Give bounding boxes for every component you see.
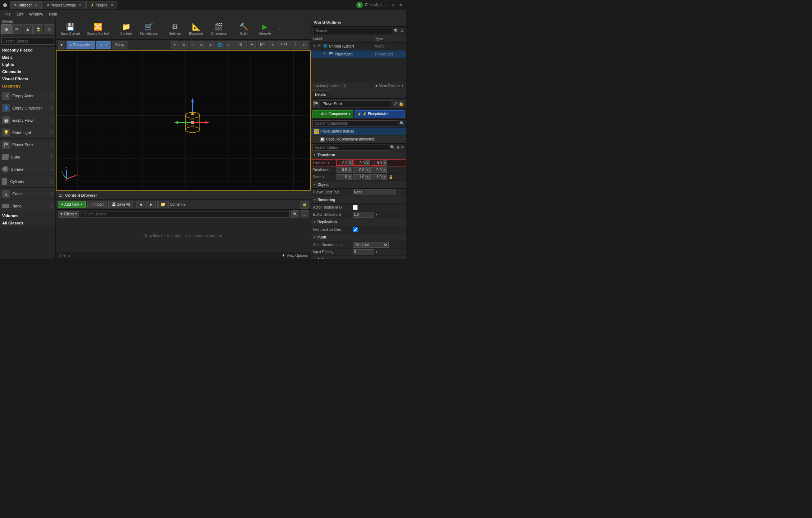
- list-item-cube[interactable]: Cube ⓘ: [0, 151, 55, 163]
- component-playerstart-instance[interactable]: 🏁 PlayerStart(Instance): [311, 128, 406, 135]
- rotation-z-input[interactable]: [371, 168, 382, 172]
- tab-untitled[interactable]: ✎ Untitled* ✕: [10, 1, 42, 9]
- scale-tool[interactable]: ⤢: [189, 41, 197, 49]
- location-x-btn[interactable]: ▼: [348, 160, 352, 166]
- rotation-y-input[interactable]: [353, 168, 365, 172]
- list-item-sphere[interactable]: Sphere ⓘ: [0, 163, 55, 175]
- category-recently-placed[interactable]: Recently Placed: [0, 46, 55, 54]
- globe-toggle[interactable]: 🌐: [216, 41, 224, 49]
- tab-plugins-close-icon[interactable]: ✕: [110, 3, 113, 7]
- blueprints-button[interactable]: 📐 Blueprints: [186, 19, 206, 38]
- show-button[interactable]: Show: [112, 41, 127, 49]
- section-transform[interactable]: ▼ Transform: [311, 151, 406, 159]
- tab-details[interactable]: Details: [311, 90, 330, 98]
- input-priority-input[interactable]: [353, 249, 374, 255]
- mode-paint[interactable]: ✏: [12, 24, 22, 34]
- lit-button[interactable]: ☀ Lit: [96, 41, 111, 49]
- tab-project-settings[interactable]: ⚙ Project Settings ✕: [42, 1, 86, 9]
- location-y-input[interactable]: [354, 161, 365, 165]
- marketplace-button[interactable]: 🛒 Marketplace: [137, 19, 161, 38]
- blueprint-button[interactable]: ⚡ ⚡ Blueprint/Adc: [355, 110, 405, 118]
- player-start-tag-input[interactable]: [353, 189, 396, 195]
- dp-reset-icon[interactable]: ↺: [393, 101, 397, 106]
- scale-lock-icon[interactable]: 🔒: [388, 175, 393, 180]
- viewport[interactable]: X Y Z ✕: [56, 50, 311, 191]
- category-basic[interactable]: Basic: [0, 54, 55, 61]
- angle-input[interactable]: [257, 41, 267, 49]
- menu-file[interactable]: File: [1, 10, 14, 18]
- add-new-button[interactable]: + Add New ▼: [58, 201, 86, 208]
- tab-project-settings-close-icon[interactable]: ✕: [79, 3, 82, 7]
- search-details-icon[interactable]: 🔍: [390, 145, 395, 150]
- auto-receive-select[interactable]: Disabled: [353, 242, 389, 248]
- billboard-arrow[interactable]: ▼: [375, 213, 378, 216]
- list-item-empty-actor[interactable]: ◎ Empty Actor ⓘ: [0, 90, 55, 102]
- build-button[interactable]: 🔨 Build: [234, 19, 254, 38]
- add-component-button[interactable]: + + Add Component ▼: [312, 110, 353, 118]
- path-icon-button[interactable]: 📁: [157, 201, 169, 208]
- location-y-btn[interactable]: ▼: [365, 160, 370, 166]
- mode-foliage[interactable]: 🍃: [33, 24, 44, 34]
- details-grid-icon[interactable]: ⊞: [396, 145, 400, 150]
- compile-button[interactable]: ▶ Compile: [255, 19, 275, 38]
- light-icon[interactable]: ☀: [269, 41, 276, 49]
- wo-view-options-button[interactable]: 👁 View Options ▼: [375, 84, 404, 88]
- search-assets-button[interactable]: 🔍: [291, 210, 299, 218]
- mode-placement[interactable]: ◉: [1, 24, 12, 34]
- scale-x-input[interactable]: [336, 175, 348, 179]
- actor-hidden-checkbox[interactable]: [353, 205, 358, 210]
- minimize-button[interactable]: –: [384, 3, 389, 8]
- cinematics-button[interactable]: 🎬 Cinematics: [208, 19, 230, 38]
- camera-count[interactable]: 4: [292, 41, 299, 49]
- tab-plugins[interactable]: ⚡ Plugins ✕: [86, 1, 117, 9]
- component-capsule-inherited[interactable]: ⬜ CapsuleComponent (Inherited): [311, 135, 406, 143]
- mode-landscape[interactable]: ▲: [23, 24, 33, 34]
- actor-name-input[interactable]: [320, 100, 392, 107]
- grid-toggle[interactable]: ⊞: [198, 41, 206, 49]
- cb-settings-button[interactable]: ☰: [301, 210, 308, 218]
- wo-settings-icon[interactable]: ⚙: [400, 28, 404, 33]
- rotation-x-input[interactable]: [336, 168, 348, 172]
- list-item-empty-pawn[interactable]: 🤖 Empty Pawn ⓘ: [0, 114, 55, 126]
- category-geometry[interactable]: Geometry: [0, 82, 55, 90]
- save-current-button[interactable]: 💾 Save Current: [58, 19, 83, 38]
- rotation-y-btn[interactable]: ▼: [365, 167, 369, 173]
- import-button[interactable]: ↑ Import: [87, 201, 107, 208]
- wo-search-input[interactable]: [313, 28, 392, 34]
- wo-search-icon[interactable]: 🔍: [394, 28, 399, 33]
- category-volumes[interactable]: Volumes: [0, 212, 55, 219]
- editor-billboard-input[interactable]: [353, 212, 374, 218]
- rotation-z-btn[interactable]: ▼: [382, 167, 387, 173]
- location-z-btn[interactable]: ▼: [383, 160, 387, 166]
- list-item-cylinder[interactable]: Cylinder ⓘ: [0, 175, 55, 188]
- location-z-input[interactable]: [371, 161, 383, 165]
- scale-z-btn[interactable]: ▼: [382, 174, 387, 180]
- grid-size-input[interactable]: [234, 41, 247, 49]
- net-load-checkbox[interactable]: [353, 227, 358, 232]
- list-item-point-light[interactable]: 💡 Point Light ⓘ: [0, 126, 55, 139]
- details-eye-icon[interactable]: 👁: [401, 145, 405, 149]
- list-item-empty-character[interactable]: 👤 Empty Character ⓘ: [0, 102, 55, 114]
- menu-edit[interactable]: Edit: [14, 10, 26, 18]
- section-object[interactable]: ▼ Object: [311, 181, 406, 189]
- location-x-input[interactable]: [337, 161, 348, 165]
- scale-input[interactable]: [278, 41, 290, 49]
- perspective-button[interactable]: ● Perspective: [67, 41, 95, 49]
- list-item-cone[interactable]: ▲ Cone ⓘ: [0, 188, 55, 200]
- toolbar-more-button[interactable]: »: [276, 19, 283, 38]
- section-replication[interactable]: ▼ Replication: [311, 218, 406, 226]
- list-item-plane[interactable]: Plane ⓘ: [0, 200, 55, 212]
- nav-back-button[interactable]: ◀: [136, 201, 145, 208]
- section-rendering[interactable]: ▼ Rendering: [311, 196, 406, 204]
- close-button[interactable]: ✕: [398, 3, 403, 8]
- snap-toggle[interactable]: ⊡: [225, 41, 233, 49]
- scale-y-btn[interactable]: ▼: [365, 174, 369, 180]
- category-lights[interactable]: Lights: [0, 61, 55, 68]
- priority-arrow[interactable]: ▼: [375, 250, 378, 254]
- section-input[interactable]: ▼ Input: [311, 233, 406, 241]
- category-cinematic[interactable]: Cinematic: [0, 68, 55, 75]
- nav-forward-button[interactable]: ▶: [146, 201, 156, 208]
- search-details-input[interactable]: [312, 144, 389, 151]
- scale-x-btn[interactable]: ▼: [348, 174, 352, 180]
- rotate-tool[interactable]: ↻: [180, 41, 188, 49]
